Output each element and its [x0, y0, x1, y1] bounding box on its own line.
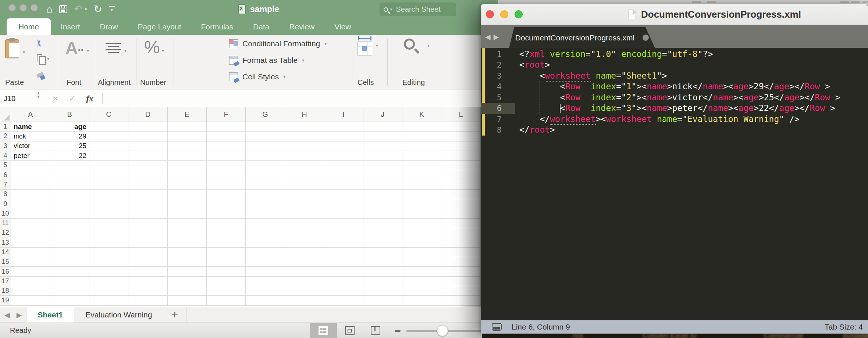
cell-A14[interactable] [11, 248, 50, 257]
cell-B1[interactable]: age [50, 122, 89, 132]
cell-G15[interactable] [246, 257, 285, 267]
cell-C14[interactable] [89, 248, 128, 257]
format-painter-icon[interactable] [36, 72, 46, 81]
copy-icon[interactable] [37, 54, 42, 61]
cell-C5[interactable] [89, 161, 128, 170]
cell-A7[interactable] [11, 180, 50, 190]
cell-F2[interactable] [207, 132, 246, 141]
cell-J14[interactable] [363, 248, 402, 257]
cell-E8[interactable] [168, 190, 207, 199]
row-header-9[interactable]: 9 [0, 199, 11, 209]
cells-dropdown-caret-icon[interactable]: ▾ [376, 43, 378, 48]
row-header-5[interactable]: 5 [0, 161, 11, 170]
cell-E11[interactable] [168, 219, 207, 228]
tab-size-text[interactable]: Tab Size: 4 [825, 323, 863, 331]
cell-D12[interactable] [128, 228, 167, 238]
row-header-17[interactable]: 17 [0, 277, 11, 286]
cell-L3[interactable] [441, 141, 480, 151]
cell-H11[interactable] [285, 219, 324, 228]
cell-I6[interactable] [324, 170, 363, 180]
cell-K6[interactable] [402, 170, 441, 180]
cell-E3[interactable] [168, 141, 207, 151]
conditional-formatting-button[interactable]: Conditional Formatting ▾ [229, 39, 327, 48]
cell-F8[interactable] [207, 190, 246, 199]
cell-D2[interactable] [128, 132, 167, 141]
code-line[interactable]: <Row index="3"><name>peter</name><age>22… [519, 103, 840, 114]
cell-K7[interactable] [402, 180, 441, 190]
cell-E13[interactable] [168, 238, 207, 248]
cell-F13[interactable] [207, 238, 246, 248]
cell-G13[interactable] [246, 238, 285, 248]
cell-I17[interactable] [324, 277, 363, 286]
cell-B18[interactable] [50, 286, 89, 296]
cell-C1[interactable] [89, 122, 128, 132]
cell-K1[interactable] [402, 122, 441, 132]
ribbon-tab-home[interactable]: Home [7, 18, 51, 35]
cell-I7[interactable] [324, 180, 363, 190]
cell-G14[interactable] [246, 248, 285, 257]
row-header-4[interactable]: 4 [0, 151, 11, 161]
editor-code-area[interactable]: 12345678 <?xml version="1.0" encoding="u… [481, 48, 868, 320]
cell-A11[interactable] [11, 219, 50, 228]
cell-K4[interactable] [402, 151, 441, 161]
cell-H19[interactable] [285, 296, 324, 305]
prev-tab-icon[interactable]: ◀ [485, 33, 491, 41]
ribbon-tab-formulas[interactable]: Formulas [191, 18, 243, 35]
cell-J10[interactable] [363, 209, 402, 219]
cell-H14[interactable] [285, 248, 324, 257]
cell-F14[interactable] [207, 248, 246, 257]
cell-F17[interactable] [207, 277, 246, 286]
cell-C18[interactable] [89, 286, 128, 296]
cell-H6[interactable] [285, 170, 324, 180]
undo-dropdown-caret-icon[interactable]: ▾ [85, 7, 87, 12]
column-header-B[interactable]: B [50, 107, 89, 122]
cell-A3[interactable]: victor [11, 141, 50, 151]
cell-G16[interactable] [246, 267, 285, 276]
cell-B15[interactable] [50, 257, 89, 267]
minimize-button[interactable] [500, 10, 508, 18]
cell-F7[interactable] [207, 180, 246, 190]
paste-label[interactable]: Paste [5, 78, 24, 87]
cell-A1[interactable]: name [11, 122, 50, 132]
cell-I9[interactable] [324, 199, 363, 209]
cell-G17[interactable] [246, 277, 285, 286]
cell-H8[interactable] [285, 190, 324, 199]
cell-H15[interactable] [285, 257, 324, 267]
column-header-A[interactable]: A [11, 107, 50, 122]
cell-F9[interactable] [207, 199, 246, 209]
row-header-6[interactable]: 6 [0, 170, 11, 180]
cell-G6[interactable] [246, 170, 285, 180]
cells-label[interactable]: Cells [357, 78, 374, 87]
editing-dropdown-caret-icon[interactable]: ▾ [427, 43, 430, 48]
cell-L4[interactable] [441, 151, 480, 161]
font-label[interactable]: Font [67, 78, 81, 87]
ribbon-tab-view[interactable]: View [324, 18, 361, 35]
cell-F16[interactable] [207, 267, 246, 276]
cell-J19[interactable] [363, 296, 402, 305]
cell-L14[interactable] [441, 248, 480, 257]
next-tab-icon[interactable]: ▶ [494, 33, 499, 41]
cell-D4[interactable] [128, 151, 167, 161]
cell-D11[interactable] [128, 219, 167, 228]
cell-E18[interactable] [168, 286, 207, 296]
cell-J16[interactable] [363, 267, 402, 276]
cell-A17[interactable] [11, 277, 50, 286]
cell-I18[interactable] [324, 286, 363, 296]
cell-A10[interactable] [11, 209, 50, 219]
cell-I10[interactable] [324, 209, 363, 219]
cell-E6[interactable] [168, 170, 207, 180]
code-line[interactable]: <worksheet name="Sheet1"> [519, 71, 840, 81]
column-header-L[interactable]: L [441, 107, 480, 122]
cancel-icon[interactable]: × [53, 93, 58, 104]
cell-D15[interactable] [128, 257, 167, 267]
cell-E7[interactable] [168, 180, 207, 190]
cell-F11[interactable] [207, 219, 246, 228]
font-dropdown-caret-icon[interactable]: ▾ [87, 48, 89, 53]
close-button[interactable] [486, 10, 494, 18]
editing-label[interactable]: Editing [402, 78, 425, 87]
sheet-tab-evaluation-warning[interactable]: Evaluation Warning [74, 307, 163, 323]
cell-H2[interactable] [285, 132, 324, 141]
cell-E10[interactable] [168, 209, 207, 219]
undo-icon[interactable]: ↶ [74, 4, 82, 14]
zoom-button[interactable] [31, 4, 38, 11]
